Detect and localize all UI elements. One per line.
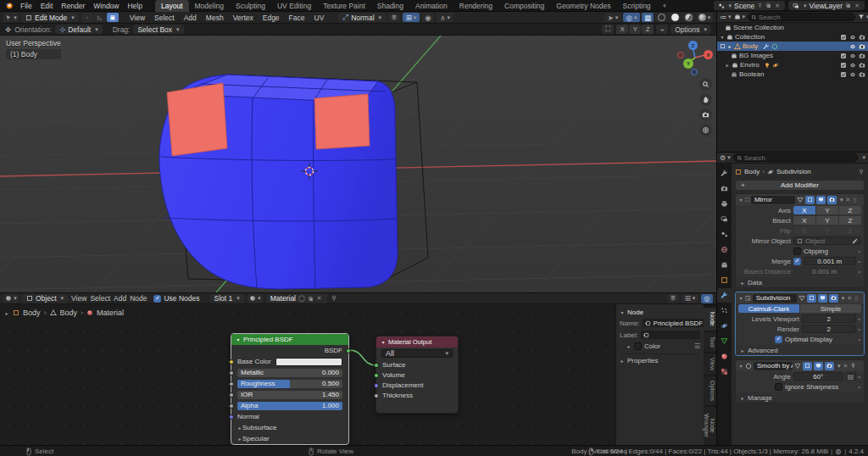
pin-icon[interactable] [850, 363, 856, 369]
tab-output[interactable] [717, 197, 732, 211]
advanced-subpanel[interactable]: ▸Advanced [736, 345, 864, 355]
realtime-display-toggle[interactable] [818, 294, 827, 303]
close-icon[interactable]: ✕ [316, 295, 323, 302]
surface-socket[interactable] [374, 363, 379, 368]
ignore-sharpness-checkbox[interactable] [775, 383, 782, 391]
roughness-slider[interactable]: Roughness 0.500 [237, 380, 342, 388]
camera-icon[interactable] [859, 71, 865, 78]
properties-subpanel-row[interactable]: ▸ Properties [620, 353, 700, 364]
pin-icon[interactable] [858, 169, 865, 175]
tab-collection[interactable] [717, 258, 732, 272]
realtime-display-toggle[interactable] [816, 196, 826, 204]
menu-select[interactable]: Select [90, 294, 110, 303]
mirror-object-field[interactable]: Object [793, 236, 861, 245]
mode-selector[interactable]: Edit Mode▾ [21, 13, 79, 22]
selected-face-right[interactable] [314, 94, 370, 149]
snap-magnet-button[interactable] [388, 13, 400, 22]
displacement-socket[interactable] [374, 383, 379, 388]
menu-edge[interactable]: Edge [259, 14, 283, 22]
collapse-icon[interactable]: ▾ [738, 197, 743, 203]
outliner-row-body[interactable]: ▸ Body [717, 42, 868, 51]
tab-scripting[interactable]: Scripting [617, 0, 657, 12]
animate-dot[interactable]: • [859, 259, 861, 264]
tab-view-layer[interactable] [717, 212, 732, 226]
bisect-z-button[interactable]: Z [839, 216, 861, 225]
shading-rendered-button[interactable]: ▾ [696, 13, 713, 22]
snap-magnet-button[interactable] [667, 294, 679, 303]
display-cage-icon[interactable] [798, 295, 805, 302]
mesh-object-body[interactable] [159, 75, 398, 289]
expand-icon[interactable]: ▸ [725, 62, 730, 68]
outliner-row-scene-collection[interactable]: Scene Collection [717, 23, 868, 32]
tab-tool[interactable]: Tool [704, 332, 716, 352]
tab-world[interactable] [717, 242, 732, 257]
specular-panel-row[interactable]: ▸Specular [231, 433, 348, 444]
outliner-row-bg-images[interactable]: BG Images [717, 51, 868, 60]
gizmo-x-axis[interactable]: X [704, 50, 713, 59]
outliner-filter-collection-button[interactable]: ▾ [734, 14, 746, 20]
blender-logo-icon[interactable] [0, 1, 16, 10]
animate-dot[interactable]: • [859, 374, 861, 380]
edge-select-button[interactable]: ◺ [94, 13, 106, 22]
roughness-socket[interactable] [229, 381, 234, 386]
add-modifier-button[interactable]: + Add Modifier [735, 180, 865, 191]
menu-mesh[interactable]: Mesh [203, 14, 227, 22]
network-icon[interactable] [835, 448, 842, 455]
tab-data[interactable] [717, 334, 732, 348]
tab-uv-editing[interactable]: UV Editing [271, 0, 317, 12]
vertex-select-button[interactable]: ◦ [81, 13, 93, 22]
animate-dot[interactable]: • [859, 269, 861, 275]
edit-mode-display-toggle[interactable] [805, 196, 815, 204]
tab-node-wrangler[interactable]: Node Wrangler [704, 407, 716, 445]
node-name-field[interactable]: Principled BSDF [643, 319, 706, 327]
overlays-toggle-button[interactable]: ◎▾ [623, 13, 640, 22]
subdivision-panel-header[interactable]: ▾ ◲ Subdivision ▾ ✕ ⣿ [736, 292, 864, 303]
tab-scene[interactable] [717, 227, 732, 242]
levels-viewport-field[interactable]: 2 [802, 314, 856, 323]
expand-icon[interactable]: ▸ [727, 43, 732, 49]
close-icon[interactable]: ✕ [843, 363, 849, 370]
menu-edit[interactable]: Edit [36, 2, 58, 10]
tab-layout[interactable]: Layout [155, 0, 189, 12]
snap-base-icon[interactable]: ⌁ [656, 25, 668, 34]
properties-options-button[interactable]: ▾ [862, 154, 865, 161]
gizmo-toggle-button[interactable]: ➤▾ [604, 13, 621, 22]
eye-icon[interactable] [849, 34, 856, 41]
bsdf-output-socket[interactable] [346, 348, 351, 353]
drag-handle-icon[interactable]: ⣿ [854, 295, 858, 301]
copy-icon[interactable] [845, 3, 851, 8]
drag-handle-icon[interactable]: ⣿ [853, 197, 856, 203]
shading-wireframe-button[interactable] [655, 13, 667, 22]
display-cage-icon[interactable] [794, 363, 801, 370]
move-tool-icon[interactable]: ✥ [5, 25, 11, 34]
add-workspace-button[interactable]: + [657, 0, 673, 12]
color-subpanel-row[interactable]: ▸ Color ☰ [620, 341, 700, 352]
angle-preset-button[interactable]: ▤ [846, 372, 856, 381]
snap-target-button[interactable]: ⊞▾ [682, 294, 698, 303]
viewlayer-selector[interactable]: ▾ ViewLayer ✕ [788, 1, 865, 10]
menu-add[interactable]: Add [181, 14, 200, 22]
axis-y-button[interactable]: Y [816, 206, 838, 214]
outliner-row-boolean[interactable]: Boolean [717, 70, 868, 79]
gizmo-z-axis[interactable]: Z [688, 41, 698, 50]
flip-y-button[interactable]: Y [816, 226, 838, 235]
tab-physics[interactable] [717, 319, 732, 333]
eye-icon[interactable] [849, 53, 856, 59]
animate-dot[interactable]: • [859, 384, 861, 390]
menu-face[interactable]: Face [286, 14, 309, 22]
tab-options[interactable]: Options [704, 376, 716, 405]
render-display-toggle[interactable] [829, 294, 838, 303]
mirror-icon[interactable]: ⛶ [602, 25, 614, 34]
mirror-panel-header[interactable]: ▾ ⛶ Mirror ▾ ✕ ⣿ [736, 194, 864, 205]
selected-face-left[interactable] [167, 83, 227, 156]
menu-render[interactable]: Render [57, 2, 89, 10]
modifier-name-field[interactable]: Subdivision [753, 294, 797, 303]
close-icon[interactable]: ✕ [774, 3, 781, 9]
pin-icon[interactable] [757, 3, 763, 8]
alpha-slider[interactable]: Alpha 1.000 [237, 402, 342, 410]
smooth-panel-header[interactable]: ▾ Smooth by A... ▾ ✕ [736, 360, 864, 371]
animate-dot[interactable]: • [859, 316, 861, 322]
material-name-field[interactable]: Material ◯ ✕ [266, 294, 327, 303]
volume-socket[interactable] [374, 373, 379, 378]
outliner-search-input[interactable] [759, 14, 852, 21]
